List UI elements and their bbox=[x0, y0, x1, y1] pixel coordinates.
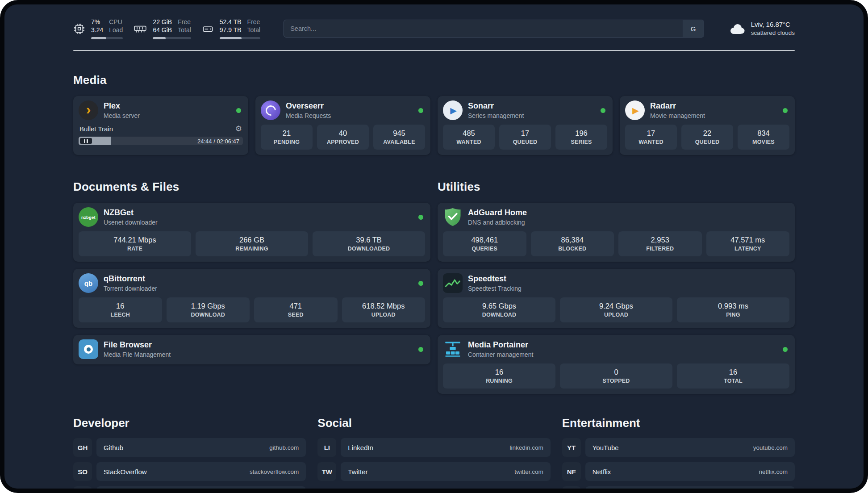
app-name: qBittorrent bbox=[104, 274, 157, 284]
disk-usage-bar bbox=[220, 37, 260, 39]
weather-widget: Lviv, 16.87°C scattered clouds bbox=[727, 20, 795, 37]
search-input[interactable] bbox=[284, 20, 704, 38]
cpu-label-top: CPU bbox=[109, 18, 123, 26]
stat-remaining: 266 GB REMAINING bbox=[196, 231, 308, 256]
app-name: NZBGet bbox=[104, 208, 158, 218]
stat-available: 945 AVAILABLE bbox=[373, 125, 425, 150]
app-name: Radarr bbox=[650, 101, 705, 111]
section-title-documents: Documents & Files bbox=[73, 180, 430, 194]
stat-queued: 17 QUEUED bbox=[499, 125, 551, 150]
app-name: Plex bbox=[104, 101, 140, 111]
app-name: Overseerr bbox=[286, 101, 331, 111]
stat-downloaded: 39.6 TB DOWNLOADED bbox=[313, 231, 425, 256]
status-dot bbox=[236, 108, 241, 113]
section-title-media: Media bbox=[73, 73, 795, 87]
status-dot bbox=[783, 108, 788, 113]
plex-icon: › bbox=[79, 100, 98, 120]
stat-ping: 0.993 ms PING bbox=[677, 297, 789, 322]
bookmark-stackoverflow[interactable]: SO StackOverflow stackoverflow.com bbox=[73, 462, 306, 481]
bookmark-group-developer: Developer GH Github github.com SO StackO… bbox=[73, 398, 306, 489]
search-bar: G bbox=[284, 20, 704, 38]
reddit-icon: RE bbox=[562, 486, 581, 489]
overseerr-icon bbox=[261, 100, 280, 120]
cloud-icon bbox=[727, 22, 746, 35]
app-card-overseerr[interactable]: Overseerr Media Requests 21 PENDING 40 A… bbox=[255, 96, 430, 155]
app-card-speedtest[interactable]: Speedtest Speedtest Tracking 9.65 Gbps D… bbox=[438, 269, 795, 328]
bookmark-youtube[interactable]: YT YouTube youtube.com bbox=[562, 438, 795, 457]
status-dot bbox=[601, 108, 605, 113]
sonarr-icon: ▶ bbox=[443, 100, 463, 120]
pause-icon bbox=[84, 139, 85, 143]
memory-usage-bar bbox=[153, 37, 191, 39]
app-card-filebrowser[interactable]: File Browser Media File Management bbox=[73, 335, 430, 364]
qbittorrent-icon: qb bbox=[79, 273, 98, 293]
portainer-crane-icon bbox=[443, 339, 463, 359]
top-bar: 7% 3.24 CPU Load 22 GiB 64 GiB Free bbox=[73, 18, 795, 39]
disk-free-value: 52.4 TB bbox=[220, 18, 242, 26]
cpu-icon bbox=[73, 23, 85, 35]
seek-bar[interactable]: 24:44 / 02:06:47 bbox=[79, 137, 243, 145]
cpu-usage-bar-fill bbox=[91, 37, 106, 39]
disk-label-top: Free bbox=[247, 18, 261, 26]
stat-running: 16 RUNNING bbox=[443, 363, 555, 389]
app-name: Media Portainer bbox=[468, 340, 533, 350]
adguard-shield-icon bbox=[443, 207, 463, 227]
youtube-icon: YT bbox=[562, 438, 581, 457]
window-frame: 7% 3.24 CPU Load 22 GiB 64 GiB Free bbox=[0, 0, 868, 493]
app-card-plex[interactable]: › Plex Media server Bullet Train ⚙ 24:44… bbox=[73, 96, 248, 155]
stat-queries: 498,461 QUERIES bbox=[443, 231, 526, 256]
disk-usage-bar-fill bbox=[220, 37, 242, 39]
linkedin-icon: LI bbox=[317, 438, 336, 457]
weather-location: Lviv, 16.87°C bbox=[751, 20, 795, 29]
memory-usage-bar-fill bbox=[153, 37, 165, 39]
stat-movies: 834 MOVIES bbox=[738, 125, 789, 150]
bookmark-github[interactable]: GH Github github.com bbox=[73, 438, 306, 457]
app-name: File Browser bbox=[104, 340, 171, 350]
section-title-social: Social bbox=[317, 416, 550, 430]
cpu-load-average: 3.24 bbox=[91, 26, 103, 34]
github-icon: GH bbox=[73, 438, 92, 457]
search-engine-button[interactable]: G bbox=[683, 20, 704, 37]
stackoverflow-icon: SO bbox=[73, 462, 92, 481]
memory-icon bbox=[134, 23, 147, 34]
section-title-developer: Developer bbox=[73, 416, 306, 430]
app-card-qbittorrent[interactable]: qb qBittorrent Torrent downloader 16 LEE… bbox=[73, 269, 430, 328]
playback-time: 24:44 / 02:06:47 bbox=[197, 138, 239, 144]
stat-upload: 9.24 Gbps UPLOAD bbox=[560, 297, 672, 322]
app-card-radarr[interactable]: ▶ Radarr Movie management 17 WANTED 22 Q… bbox=[620, 96, 795, 155]
stat-queued: 22 QUEUED bbox=[681, 125, 733, 150]
app-card-portainer[interactable]: Media Portainer Container management 16 … bbox=[438, 335, 795, 394]
stat-total: 16 TOTAL bbox=[677, 363, 789, 389]
app-card-nzbget[interactable]: nzbget NZBGet Usenet downloader 744.21 M… bbox=[73, 203, 430, 262]
filebrowser-icon bbox=[79, 339, 98, 359]
now-playing-title: Bullet Train bbox=[79, 125, 113, 133]
bookmark-netflix[interactable]: NF Netflix netflix.com bbox=[562, 462, 795, 481]
status-dot bbox=[418, 281, 423, 286]
documents-column: Documents & Files nzbget NZBGet Usenet d… bbox=[73, 158, 430, 364]
pause-button[interactable] bbox=[80, 138, 92, 144]
bookmark-twitter[interactable]: TW Twitter twitter.com bbox=[317, 462, 550, 481]
app-subtitle: Series management bbox=[468, 112, 524, 120]
bookmark-dev[interactable]: DT DEV dev.to bbox=[73, 486, 306, 489]
stat-stopped: 0 STOPPED bbox=[560, 363, 672, 389]
bookmark-group-entertainment: Entertainment YT YouTube youtube.com NF … bbox=[562, 398, 795, 489]
media-grid: › Plex Media server Bullet Train ⚙ 24:44… bbox=[73, 96, 795, 155]
settings-gear-icon[interactable]: ⚙ bbox=[235, 125, 242, 133]
memory-free-value: 22 GiB bbox=[153, 18, 172, 26]
app-subtitle: DNS and adblocking bbox=[468, 219, 527, 227]
app-card-sonarr[interactable]: ▶ Sonarr Series management 485 WANTED 17… bbox=[438, 96, 613, 155]
nzbget-icon: nzbget bbox=[79, 207, 98, 227]
app-name: Sonarr bbox=[468, 101, 524, 111]
cpu-usage-percent: 7% bbox=[91, 18, 103, 26]
bookmark-group-social: Social LI LinkedIn linkedin.com TW Twitt… bbox=[317, 398, 550, 489]
bookmark-linkedin[interactable]: LI LinkedIn linkedin.com bbox=[317, 438, 550, 457]
dashboard-background: 7% 3.24 CPU Load 22 GiB 64 GiB Free bbox=[4, 4, 864, 489]
app-subtitle: Media File Management bbox=[104, 351, 171, 359]
disk-widget: 52.4 TB 97.9 TB Free Total bbox=[202, 18, 260, 39]
section-title-entertainment: Entertainment bbox=[562, 416, 795, 430]
app-card-adguard[interactable]: AdGuard Home DNS and adblocking 498,461 … bbox=[438, 203, 795, 262]
status-dot bbox=[418, 347, 423, 352]
app-subtitle: Media server bbox=[104, 112, 140, 120]
app-name: Speedtest bbox=[468, 274, 522, 284]
bookmark-reddit[interactable]: RE Reddit reddit.com bbox=[562, 486, 795, 489]
